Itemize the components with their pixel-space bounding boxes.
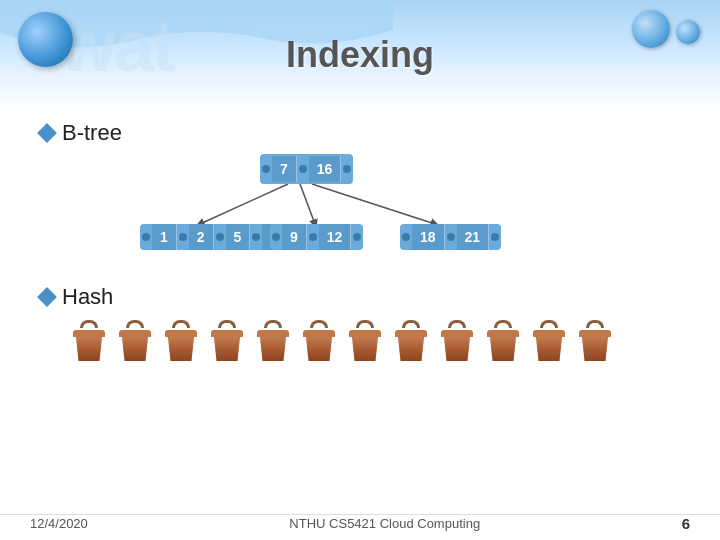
bucket-handle (494, 320, 512, 328)
bucket-body (258, 333, 288, 361)
buckets-container (70, 320, 680, 362)
header-circle-left (18, 12, 73, 67)
bucket-top (165, 330, 197, 337)
node-dot (353, 233, 361, 241)
child-left-cell-1: 1 (152, 224, 177, 250)
node-dot (343, 165, 351, 173)
node-dot (272, 233, 280, 241)
root-cell-1: 7 (272, 156, 297, 182)
btree-diagram: 7 16 1 2 5 6 9 12 18 (140, 154, 680, 274)
bucket-top (303, 330, 335, 337)
bucket-handle (310, 320, 328, 328)
hash-section-label: Hash (40, 284, 680, 310)
svg-line-2 (312, 184, 435, 224)
node-dot (179, 233, 187, 241)
bucket-body (580, 333, 610, 361)
bucket-6 (300, 320, 338, 362)
header-circle-small (676, 20, 700, 44)
bucket-top (211, 330, 243, 337)
bucket-handle (448, 320, 466, 328)
bucket-body (534, 333, 564, 361)
hash-section: Hash (40, 284, 680, 362)
bucket-handle (356, 320, 374, 328)
child-right-cell-2: 21 (457, 224, 490, 250)
node-dot (402, 233, 410, 241)
node-dot (262, 165, 270, 173)
bucket-body (166, 333, 196, 361)
bucket-handle (540, 320, 558, 328)
btree-child-mid: 9 12 (270, 224, 363, 250)
bucket-body (350, 333, 380, 361)
child-right-cell-1: 18 (412, 224, 445, 250)
slide-content: B-tree 7 16 1 (0, 110, 720, 372)
footer-page: 6 (682, 515, 690, 532)
bucket-top (487, 330, 519, 337)
child-mid-cell-2: 12 (319, 224, 352, 250)
watermark-text: wat (60, 5, 174, 87)
bucket-top (441, 330, 473, 337)
hash-label: Hash (62, 284, 113, 310)
bucket-12 (576, 320, 614, 362)
bucket-body (212, 333, 242, 361)
bucket-handle (218, 320, 236, 328)
bucket-11 (530, 320, 568, 362)
bucket-top (579, 330, 611, 337)
bucket-handle (126, 320, 144, 328)
bucket-top (73, 330, 105, 337)
btree-bullet-icon (37, 123, 57, 143)
svg-line-0 (200, 184, 288, 224)
child-left-cell-2: 2 (189, 224, 214, 250)
child-left-cell-3: 5 (226, 224, 251, 250)
node-dot (216, 233, 224, 241)
footer-course: NTHU CS5421 Cloud Computing (289, 516, 480, 531)
svg-line-1 (300, 184, 315, 224)
bucket-top (349, 330, 381, 337)
btree-label: B-tree (62, 120, 122, 146)
bucket-handle (80, 320, 98, 328)
bucket-body (304, 333, 334, 361)
bucket-5 (254, 320, 292, 362)
bucket-8 (392, 320, 430, 362)
root-cell-2: 16 (309, 156, 342, 182)
slide-header: wat Indexing (0, 0, 720, 110)
bucket-handle (402, 320, 420, 328)
node-dot (299, 165, 307, 173)
bucket-1 (70, 320, 108, 362)
btree-child-right: 18 21 (400, 224, 501, 250)
node-dot (309, 233, 317, 241)
bucket-9 (438, 320, 476, 362)
node-dot (142, 233, 150, 241)
header-circle-large (632, 10, 670, 48)
bucket-handle (586, 320, 604, 328)
footer-date: 12/4/2020 (30, 516, 88, 531)
bucket-body (396, 333, 426, 361)
node-dot (491, 233, 499, 241)
bucket-handle (264, 320, 282, 328)
bucket-body (120, 333, 150, 361)
bucket-body (488, 333, 518, 361)
node-dot (447, 233, 455, 241)
bucket-top (533, 330, 565, 337)
bucket-3 (162, 320, 200, 362)
bucket-handle (172, 320, 190, 328)
bucket-4 (208, 320, 246, 362)
child-mid-cell-1: 9 (282, 224, 307, 250)
page-title: Indexing (286, 34, 434, 76)
bucket-7 (346, 320, 384, 362)
bucket-top (395, 330, 427, 337)
bucket-body (442, 333, 472, 361)
btree-root-node: 7 16 (260, 154, 353, 184)
bucket-body (74, 333, 104, 361)
bucket-2 (116, 320, 154, 362)
slide-footer: 12/4/2020 NTHU CS5421 Cloud Computing 6 (0, 514, 720, 532)
hash-bullet-icon (37, 287, 57, 307)
bucket-top (119, 330, 151, 337)
header-circles-right (632, 10, 700, 48)
bucket-top (257, 330, 289, 337)
btree-section-label: B-tree (40, 120, 680, 146)
bucket-10 (484, 320, 522, 362)
node-dot (252, 233, 260, 241)
